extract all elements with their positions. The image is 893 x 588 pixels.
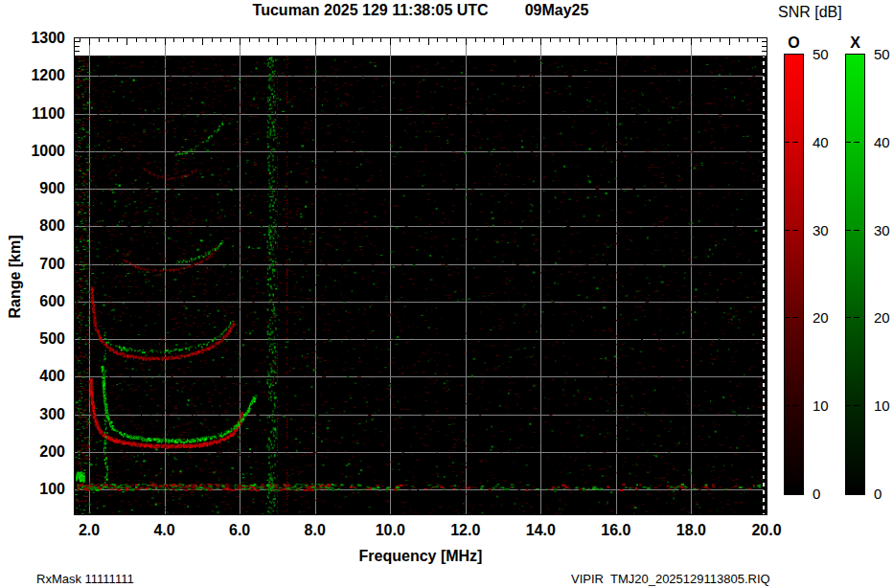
y-axis-tick-label: 1200 <box>27 67 65 84</box>
y-axis-tick-label: 300 <box>27 406 65 423</box>
colorbar-tick-label: 0 <box>874 486 893 502</box>
station-time-label: Tucuman 2025 129 11:38:05 UTC <box>253 2 489 18</box>
ionogram-plot-frame <box>74 37 767 515</box>
colorbar-tick-mark <box>792 405 798 406</box>
y-axis-tick-label: 700 <box>27 256 65 273</box>
x-axis-tick-label: 4.0 <box>138 522 192 539</box>
x-axis-tick-label: 14.0 <box>514 522 567 539</box>
y-axis-tick-label: 1000 <box>27 143 65 160</box>
snr-colorbar-title: SNR [dB] <box>778 4 842 21</box>
page-title: Tucuman 2025 129 11:38:05 UTC09May25 <box>75 2 767 19</box>
colorbar-tick-mark <box>785 405 790 406</box>
y-axis-tick-label: 800 <box>27 217 65 235</box>
y-axis-tick-label: 200 <box>27 443 65 461</box>
x-axis-tick-label: 20.0 <box>740 522 793 539</box>
colorbar-tick-label: 0 <box>813 486 841 502</box>
colorbar-tick-mark <box>792 230 798 231</box>
x-axis-tick-label: 8.0 <box>288 522 342 539</box>
x-axis-tick-label: 6.0 <box>213 522 266 539</box>
y-axis-title: Range [km] <box>7 219 24 334</box>
o-mode-label: O <box>784 34 804 52</box>
colorbar-tick-label: 40 <box>874 134 893 150</box>
colorbar-tick-mark <box>854 142 859 143</box>
ionogram-canvas <box>75 38 767 514</box>
y-axis-tick-label: 600 <box>27 293 65 310</box>
colorbar-tick-label: 50 <box>813 46 841 62</box>
colorbar-tick-mark <box>846 405 851 406</box>
colorbar-tick-mark <box>846 142 851 143</box>
colorbar-tick-label: 10 <box>813 397 841 414</box>
colorbar-o <box>784 54 804 495</box>
colorbar-tick-mark <box>785 230 790 231</box>
x-axis-tick-label: 10.0 <box>363 522 417 539</box>
x-axis-tick-label: 16.0 <box>589 522 643 539</box>
ionogram-app: Tucuman 2025 129 11:38:05 UTC09May25 SNR… <box>0 0 893 588</box>
x-mode-label: X <box>845 34 865 52</box>
x-axis-title: Frequency [MHz] <box>75 548 767 565</box>
y-axis-tick-label: 400 <box>27 368 65 385</box>
data-filename-label: VIPIR TMJ20_2025129113805.RIQ <box>571 572 770 586</box>
x-axis-tick-label: 12.0 <box>439 522 492 539</box>
colorbar-tick-label: 30 <box>874 222 893 238</box>
colorbar-tick-mark <box>854 230 859 231</box>
colorbar-tick-mark <box>792 317 798 318</box>
y-axis-tick-label: 1300 <box>27 30 65 47</box>
colorbar-tick-mark <box>846 317 851 318</box>
date-label: 09May25 <box>525 2 589 18</box>
x-axis-tick-label: 18.0 <box>664 522 718 539</box>
colorbar-x <box>845 54 865 495</box>
colorbar-tick-mark <box>854 405 859 406</box>
y-axis-tick-label: 1100 <box>27 105 65 123</box>
y-axis-tick-label: 900 <box>27 180 65 197</box>
colorbar-tick-label: 40 <box>813 134 841 150</box>
colorbar-tick-label: 20 <box>874 309 893 326</box>
x-axis-tick-label: 2.0 <box>62 522 116 539</box>
colorbar-tick-label: 30 <box>813 222 841 238</box>
colorbar-tick-label: 50 <box>874 46 893 62</box>
colorbar-tick-mark <box>854 317 859 318</box>
colorbar-tick-label: 10 <box>874 397 893 414</box>
y-axis-tick-label: 100 <box>27 481 65 498</box>
colorbar-tick-mark <box>785 142 790 143</box>
colorbar-tick-mark <box>792 142 798 143</box>
y-axis-tick-label: 500 <box>27 330 65 348</box>
colorbar-tick-label: 20 <box>813 309 841 326</box>
colorbar-tick-mark <box>785 317 790 318</box>
rxmask-label: RxMask 11111111 <box>36 572 134 586</box>
colorbar-tick-mark <box>846 230 851 231</box>
